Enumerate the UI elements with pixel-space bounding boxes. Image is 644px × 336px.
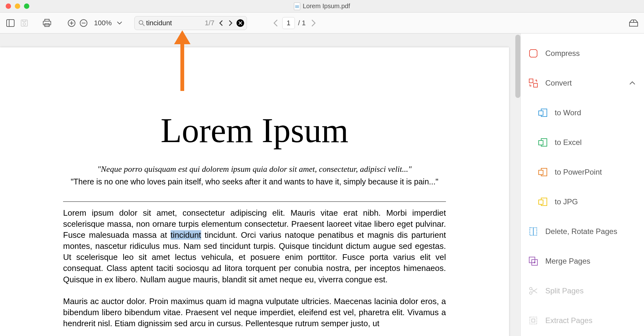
minimize-window-button[interactable]: [15, 3, 20, 9]
zoom-out-button[interactable]: [78, 17, 90, 29]
jpg-icon: [538, 197, 548, 207]
svg-rect-22: [539, 141, 543, 145]
pages-icon: [528, 226, 538, 237]
scissors-icon: [528, 286, 538, 296]
page-navigation: / 1: [271, 17, 318, 29]
search-icon: [138, 20, 145, 26]
search-result-count: 1/7: [205, 19, 214, 27]
chevron-up-icon: [629, 81, 635, 85]
document-page: Lorem Ipsum "Neque porro quisquam est qu…: [0, 47, 509, 336]
svg-line-36: [532, 289, 537, 292]
zoom-controls: 100%: [66, 17, 126, 29]
to-word-label: to Word: [555, 108, 581, 117]
search-clear-button[interactable]: [237, 19, 244, 27]
zoom-in-button[interactable]: [66, 17, 78, 29]
svg-line-35: [532, 289, 537, 293]
compress-icon: [528, 48, 538, 58]
document-icon: [294, 3, 300, 10]
excel-icon: [538, 137, 548, 147]
window-title-text: Lorem Ipsum.pdf: [303, 3, 350, 10]
svg-rect-0: [7, 20, 14, 27]
extract-label: Extract Pages: [545, 316, 592, 325]
svg-rect-38: [532, 319, 535, 322]
svg-line-14: [143, 24, 144, 26]
maximize-window-button[interactable]: [24, 3, 29, 9]
svg-rect-37: [530, 317, 537, 324]
sidebar-toggle-button[interactable]: [4, 17, 16, 29]
search-input[interactable]: [145, 19, 205, 27]
next-page-button[interactable]: [309, 20, 318, 27]
page-total: / 1: [298, 19, 306, 27]
convert-to-jpg[interactable]: to JPG: [521, 187, 644, 217]
window-controls: [6, 3, 29, 9]
convert-to-excel[interactable]: to Excel: [521, 128, 644, 157]
extract-icon: [528, 315, 538, 326]
document-viewport[interactable]: Lorem Ipsum "Neque porro quisquam est qu…: [0, 33, 520, 336]
doc-title: Lorem Ipsum: [63, 111, 446, 151]
svg-point-3: [23, 23, 26, 25]
merge-icon: [528, 256, 538, 266]
merge-tool[interactable]: Merge Pages: [521, 246, 644, 276]
zoom-level: 100%: [94, 19, 112, 27]
window-title: Lorem Ipsum.pdf: [294, 3, 350, 10]
delete-rotate-label: Delete, Rotate Pages: [545, 227, 617, 236]
toolbar: 100% 1/7 / 1: [0, 13, 644, 33]
doc-subtitle-1: "Neque porro quisquam est qui dolorem ip…: [63, 165, 446, 174]
split-tool: Split Pages: [521, 276, 644, 306]
prev-page-button[interactable]: [271, 20, 280, 27]
doc-paragraph-2: Mauris ac auctor dolor. Proin maximus qu…: [63, 296, 446, 329]
zoom-dropdown-button[interactable]: [114, 17, 126, 29]
svg-rect-17: [529, 79, 533, 83]
search-prev-button[interactable]: [216, 20, 226, 26]
svg-rect-6: [43, 21, 51, 25]
doc-subtitle-2: "There is no one who loves pain itself, …: [63, 177, 446, 186]
convert-icon: [528, 78, 538, 88]
search-box: 1/7: [134, 16, 247, 30]
to-powerpoint-label: to PowerPoint: [555, 168, 602, 177]
svg-point-13: [139, 21, 143, 24]
split-label: Split Pages: [545, 286, 583, 295]
search-highlight: tincidunt: [171, 230, 201, 240]
svg-rect-20: [539, 111, 543, 115]
doc-divider: [63, 201, 446, 202]
word-icon: [538, 108, 548, 118]
svg-rect-4: [23, 20, 26, 21]
search-next-button[interactable]: [226, 20, 235, 26]
convert-to-word[interactable]: to Word: [521, 98, 644, 128]
close-window-button[interactable]: [6, 3, 11, 9]
powerpoint-icon: [538, 167, 548, 177]
titlebar: Lorem Ipsum.pdf: [0, 0, 644, 13]
compress-tool[interactable]: Compress: [521, 39, 644, 68]
merge-label: Merge Pages: [545, 257, 590, 266]
to-excel-label: to Excel: [555, 138, 582, 147]
save-button[interactable]: [18, 17, 30, 29]
svg-rect-18: [534, 83, 537, 87]
toolbox-button[interactable]: [628, 17, 640, 29]
compress-label: Compress: [545, 49, 580, 58]
svg-rect-24: [539, 170, 543, 175]
convert-label: Convert: [545, 79, 572, 87]
convert-tool[interactable]: Convert: [521, 68, 644, 98]
page-number-input[interactable]: [282, 17, 295, 29]
svg-rect-26: [539, 200, 543, 204]
to-jpg-label: to JPG: [555, 197, 578, 206]
print-button[interactable]: [41, 17, 53, 29]
vertical-scrollbar[interactable]: [515, 35, 520, 98]
tools-sidebar: Compress Convert to Word to Excel to Pow…: [520, 33, 644, 336]
extract-tool: Extract Pages: [521, 306, 644, 335]
doc-paragraph-1: Lorem ipsum dolor sit amet, consectetur …: [63, 207, 446, 285]
delete-rotate-tool[interactable]: Delete, Rotate Pages: [521, 217, 644, 246]
convert-to-powerpoint[interactable]: to PowerPoint: [521, 157, 644, 187]
